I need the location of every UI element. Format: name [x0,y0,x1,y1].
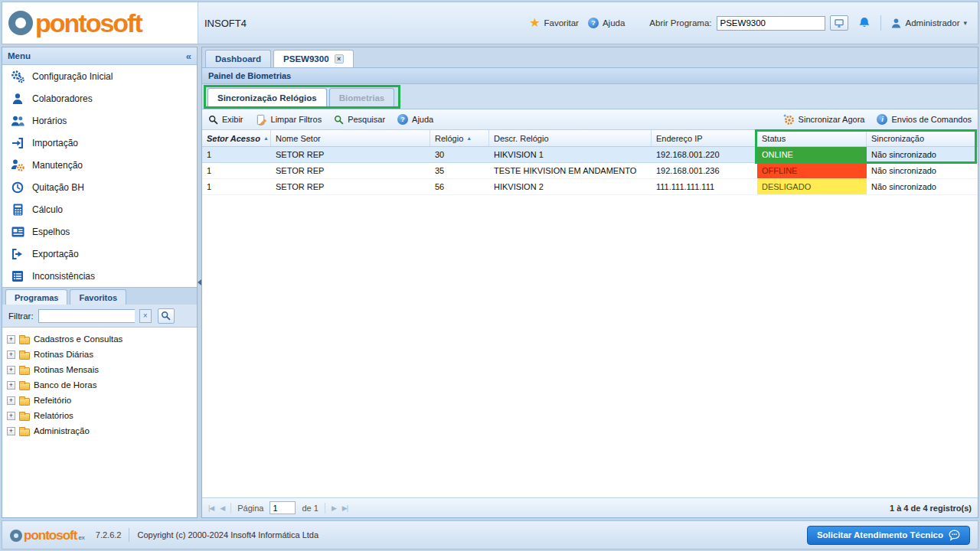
filter-input[interactable] [38,309,135,323]
subtab-sincronizacao-relogios[interactable]: Sincronização Relógios [207,88,327,106]
expand-icon[interactable]: + [7,427,15,435]
next-page-button[interactable]: ▶ [332,504,336,512]
cell-relogio: 30 [430,147,489,162]
tree-item-banco-de-horas[interactable]: + Banco de Horas [4,377,195,393]
open-program-button[interactable] [830,15,848,31]
people-gear-icon [10,158,25,171]
expand-icon[interactable]: + [7,396,15,405]
import-icon [10,137,25,149]
column-header-status[interactable]: Status [757,130,867,146]
menu-panel-header: Menu « [2,47,197,65]
tree-item-refeitorio[interactable]: + Refeitório [4,393,195,408]
sidebar-item-manutencao[interactable]: Manutenção [2,154,197,176]
sidebar-item-horarios[interactable]: Horários [2,109,197,132]
tree-item-administracao[interactable]: + Administração [4,423,195,439]
sidebar-item-espelhos[interactable]: Espelhos [2,220,197,243]
tab-programas[interactable]: Programas [5,289,67,305]
panel-title: Painel de Biometrias [202,68,978,84]
top-bar: pontosoft INSOFT4 ★ Favoritar Ajuda Abri… [2,2,978,44]
tree-item-label: Administração [34,426,90,435]
open-program-input[interactable] [717,16,825,31]
sidebar-item-colaboradores[interactable]: Colaboradores [2,87,197,109]
first-page-button[interactable]: |◀ [208,504,214,512]
monitor-icon [835,19,844,28]
table-row[interactable]: 1 SETOR REP 56 HIKVISION 2 111.111.111.1… [202,179,978,195]
notifications-button[interactable] [858,16,871,30]
column-header-descr-relogio[interactable]: Descr. Relógio [489,130,652,146]
sidebar-item-importacao[interactable]: Importação [2,132,197,154]
logo-subscript: ex [78,534,84,542]
cell-endereco-ip: 192.168.001.220 [652,147,757,162]
list-icon [10,270,25,282]
sidebar-item-label: Horários [32,116,67,126]
divider [325,503,325,514]
column-header-sincronizacao[interactable]: Sincronização [867,130,978,146]
tab-favoritos[interactable]: Favoritos [70,289,126,305]
sidebar-item-exportacao[interactable]: Exportação [2,243,197,265]
ajuda-toolbar-button[interactable]: Ajuda [397,114,433,125]
grid-toolbar: Exibir Limpar Filtros Pesquisar Ajuda [202,109,978,130]
subtab-biometrias[interactable]: Biometrias [329,88,394,106]
tab-psew9300[interactable]: PSEW9300 × [273,50,353,67]
page-number-input[interactable] [270,501,296,514]
main-tab-bar: Dashboard PSEW9300 × [202,47,978,68]
subtab-bar: Sincronização Relógios Biometrias [202,84,978,109]
cell-nome-setor: SETOR REP [271,163,430,178]
help-icon [397,114,408,125]
last-page-button[interactable]: ▶| [342,504,348,512]
column-header-nome-setor[interactable]: Nome Setor [271,130,430,146]
exibir-button[interactable]: Exibir [208,115,243,125]
column-header-endereco-ip[interactable]: Endereço IP [652,130,757,146]
expand-icon[interactable]: + [7,381,15,390]
table-row[interactable]: 1 SETOR REP 30 HIKVISION 1 192.168.001.2… [202,147,978,163]
favorite-button[interactable]: ★ Favoritar [529,17,579,29]
column-header-setor-acesso[interactable]: Setor Acesso ▲ [202,130,271,146]
cell-endereco-ip: 192.168.001.236 [652,163,757,178]
column-header-relogio[interactable]: Relógio ▲ [430,130,489,146]
page-of-label: de 1 [302,504,318,513]
envios-de-comandos-button[interactable]: Envios de Comandos [877,114,972,125]
cell-nome-setor: SETOR REP [271,147,430,162]
filter-label: Filtrar: [8,311,34,321]
copyright-label: Copyright (c) 2000-2024 Insoft4 Informát… [137,530,318,540]
clear-filter-button[interactable]: × [139,309,152,323]
app-name-label: INSOFT4 [198,18,247,29]
clear-filters-icon [256,114,267,126]
close-icon[interactable]: × [335,54,344,64]
collapse-sidebar-button[interactable]: « [186,51,191,61]
sincronizar-agora-button[interactable]: Sincronizar Agora [783,114,865,126]
sidebar-splitter[interactable] [198,47,201,518]
sidebar-item-inconsistencias[interactable]: Inconsistências [2,265,197,287]
tree-item-label: Rotinas Diárias [34,350,93,359]
tree-item-relatorios[interactable]: + Relatórios [4,408,195,423]
limpar-filtros-button[interactable]: Limpar Filtros [256,114,322,126]
menu-title: Menu [8,51,31,60]
support-button[interactable]: Solicitar Atendimento Técnico [807,526,970,545]
divider [880,15,881,31]
pesquisar-button[interactable]: Pesquisar [334,115,385,125]
expand-icon[interactable]: + [7,335,15,344]
table-row[interactable]: 1 SETOR REP 35 TESTE HIKVISION EM ANDAME… [202,163,978,179]
filter-search-button[interactable] [158,308,175,324]
sidebar-item-configuracao-inicial[interactable]: Configuração Inicial [2,65,197,87]
calculator-icon [10,204,25,216]
help-button[interactable]: Ajuda [588,18,625,28]
people-icon [10,115,25,127]
sidebar-item-quitacao-bh[interactable]: Quitação BH [2,176,197,198]
cell-sincronizacao: Não sincronizado [867,147,978,162]
tree-item-rotinas-diarias[interactable]: + Rotinas Diárias [4,347,195,362]
sidebar-item-calculo[interactable]: Cálculo [2,198,197,220]
card-icon [10,227,25,237]
tree-item-rotinas-mensais[interactable]: + Rotinas Mensais [4,362,195,377]
previous-page-button[interactable]: ◀ [220,504,224,512]
expand-icon[interactable]: + [7,412,15,420]
folder-icon [19,352,30,360]
sidebar-item-label: Espelhos [32,227,70,237]
expand-icon[interactable]: + [7,350,15,359]
sidebar-item-label: Quitação BH [32,182,84,193]
tree-item-cadastros[interactable]: + Cadastros e Consultas [4,331,195,347]
user-menu[interactable]: Administrador ▾ [890,18,967,29]
person-icon [10,93,25,105]
tab-dashboard[interactable]: Dashboard [205,50,271,67]
expand-icon[interactable]: + [7,366,15,374]
